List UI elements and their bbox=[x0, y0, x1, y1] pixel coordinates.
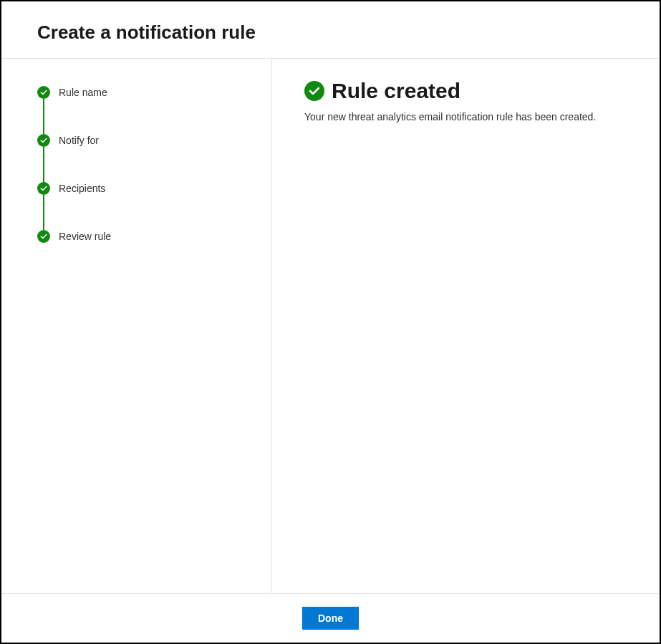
step-connector bbox=[43, 195, 44, 230]
dialog-container: Create a notification rule Rule name Not… bbox=[0, 0, 661, 644]
done-button[interactable]: Done bbox=[302, 607, 359, 630]
main-heading-text: Rule created bbox=[332, 79, 460, 103]
main-content: Rule created Your new threat analytics e… bbox=[272, 59, 660, 593]
dialog-body: Rule name Notify for Recipients bbox=[1, 59, 660, 593]
main-heading: Rule created bbox=[304, 79, 627, 103]
step-label: Rule name bbox=[59, 87, 107, 98]
step-label: Recipients bbox=[59, 183, 105, 194]
step-connector bbox=[43, 99, 44, 134]
success-check-icon bbox=[304, 81, 324, 101]
step-rule-name: Rule name bbox=[37, 86, 236, 99]
step-connector bbox=[43, 147, 44, 182]
step-review-rule: Review rule bbox=[37, 230, 236, 243]
step-notify-for: Notify for bbox=[37, 134, 236, 147]
check-icon bbox=[37, 230, 50, 243]
dialog-footer: Done bbox=[1, 593, 660, 643]
stepper-sidebar: Rule name Notify for Recipients bbox=[1, 59, 272, 593]
dialog-header: Create a notification rule bbox=[1, 1, 660, 59]
step-label: Review rule bbox=[59, 231, 111, 242]
step-recipients: Recipients bbox=[37, 182, 236, 195]
main-description: Your new threat analytics email notifica… bbox=[304, 110, 627, 125]
check-icon bbox=[37, 134, 50, 147]
check-icon bbox=[37, 86, 50, 99]
step-label: Notify for bbox=[59, 135, 99, 146]
dialog-title: Create a notification rule bbox=[37, 21, 624, 44]
stepper: Rule name Notify for Recipients bbox=[37, 86, 236, 243]
check-icon bbox=[37, 182, 50, 195]
